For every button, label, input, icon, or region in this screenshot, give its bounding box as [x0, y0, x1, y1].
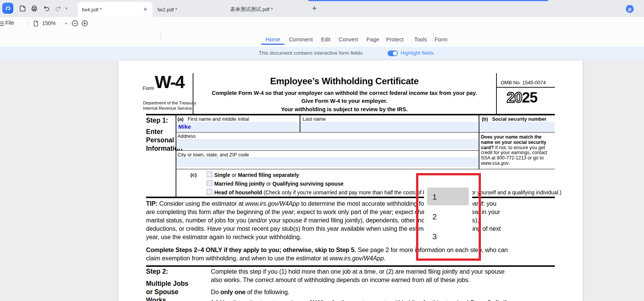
ssn-label: (b) Social security number [482, 116, 547, 122]
ssn-note: Does your name match the name on your so… [481, 135, 554, 166]
omb-number: OMB No. 1545-0074 [501, 80, 546, 85]
highlight-fields-label[interactable]: Highlight fields [401, 47, 434, 60]
ribbon-area: File 150% ▾ Home Comment Edit Convert Pa… [0, 17, 644, 47]
last-name-label: Last name [303, 116, 326, 122]
checkbox-head-of-household[interactable] [207, 189, 212, 195]
checkbox-married-jointly[interactable] [207, 180, 212, 186]
tab-label: 表单测试测试.pdf * [230, 6, 273, 13]
step2-label: Step 2: [146, 268, 168, 276]
department-line: Department of the Treasury [143, 101, 196, 105]
tab-form-test[interactable]: 表单测试测试.pdf * [218, 2, 300, 17]
zoom-out-icon[interactable] [71, 20, 79, 27]
form-title: Employee’s Withholding Certificate [193, 76, 496, 87]
row-line [176, 150, 479, 151]
agency-line: Internal Revenue Service [143, 106, 192, 110]
address-field[interactable] [176, 139, 479, 149]
divider [161, 31, 161, 41]
first-name-label: (a) First name and middle initial [177, 116, 249, 122]
top-accent-line [308, 0, 548, 1]
step1-label: Step 1: [146, 117, 168, 124]
step2-option-a-line: (a) Use the estimator at www.irs.gov/W4A… [211, 299, 506, 301]
tab-home[interactable]: Home [265, 36, 280, 43]
last-name-field[interactable] [300, 122, 478, 132]
omb-underline [496, 87, 555, 88]
checkbox-head-of-household-label: Head of household (Check only if you’re … [214, 189, 561, 195]
file-menu[interactable]: File [5, 20, 14, 26]
form-number: W-4 [155, 72, 184, 92]
toggle-knob [393, 51, 397, 55]
tab-comment[interactable]: Comment [289, 36, 313, 43]
form-subtitle-3: Your withholding is subject to review by… [193, 106, 496, 112]
step2-sub-3: Works [146, 296, 166, 301]
save-icon[interactable] [19, 4, 27, 13]
active-tab-underline [261, 44, 284, 45]
section-rule [146, 114, 555, 115]
tab-protect[interactable]: Protect [386, 36, 404, 43]
complete-steps-line-2: claim exemption from withholding, and wh… [146, 255, 385, 262]
c-tag: (c) [190, 172, 197, 178]
header-divider [496, 73, 497, 114]
divider [28, 19, 28, 28]
redo-icon[interactable] [54, 4, 63, 13]
step2-do-line: Do only one of the following. [211, 288, 289, 296]
hamburger-menu-icon[interactable] [0, 20, 5, 27]
zoom-level-value[interactable]: 150% [42, 20, 56, 26]
app-logo-icon[interactable] [2, 3, 13, 14]
highlight-fields-toggle[interactable] [388, 50, 398, 56]
form-fields-notice-bar: This document contains interactive form … [0, 47, 644, 60]
step2-para-line-2: also works. The correct amount of withho… [211, 276, 470, 284]
undo-icon[interactable] [42, 4, 51, 13]
section-rule [146, 197, 555, 198]
section-rule [146, 265, 555, 267]
checkbox-single-label: Single or Married filing separately [214, 172, 299, 178]
quickbar-caret-icon[interactable]: ▾ [66, 6, 68, 10]
form-word: Form [143, 85, 154, 91]
tab-fw4[interactable]: fw4.pdf * × [78, 2, 152, 17]
step2-sub-1: Multiple Jobs [146, 280, 188, 288]
tab-label: fw2.pdf * [157, 7, 177, 13]
step2-para-line-1: Complete this step if you (1) hold more … [211, 268, 504, 275]
tab-fw2[interactable]: fw2.pdf * [152, 2, 218, 17]
tab-form[interactable]: Form [435, 36, 448, 43]
zoom-caret-icon[interactable]: ▾ [65, 22, 67, 25]
address-label: Address [177, 133, 196, 139]
tab-edit[interactable]: Edit [321, 36, 330, 43]
first-name-value: Mike [178, 123, 191, 130]
print-icon[interactable] [30, 4, 39, 13]
notice-message: This document contains interactive form … [259, 47, 363, 60]
row-line [176, 132, 555, 133]
step1-sub-1: Enter [146, 128, 163, 136]
tip-line-5: year, use the estimator again to recheck… [146, 233, 302, 241]
name-cell-divider [300, 114, 300, 132]
tab-convert[interactable]: Convert [339, 36, 358, 43]
tab-label: fw4.pdf * [82, 7, 102, 13]
step2-sub-2: or Spouse [146, 288, 179, 296]
annotation-rectangle [416, 173, 481, 261]
checkbox-single[interactable] [207, 172, 212, 177]
checkbox-married-jointly-label: Married filing jointly or Qualifying sur… [214, 181, 344, 187]
form-subtitle-2: Give Form W-4 to your employer. [193, 98, 496, 104]
form-year: 2025 [507, 90, 537, 106]
app-window: ▾ fw4.pdf * × fw2.pdf * 表单测试测试.pdf * + p… [0, 0, 644, 301]
city-field[interactable] [176, 157, 479, 167]
user-avatar[interactable]: p [626, 5, 634, 13]
new-tab-button[interactable]: + [309, 3, 320, 14]
close-icon[interactable]: × [143, 6, 147, 13]
tab-page[interactable]: Page [366, 36, 379, 43]
pdf-page: Form W-4 Department of the Treasury Inte… [118, 60, 583, 301]
tab-bar: ▾ fw4.pdf * × fw2.pdf * 表单测试测试.pdf * + p [0, 0, 644, 17]
tab-tools[interactable]: Tools [414, 36, 427, 43]
zoom-in-icon[interactable] [81, 20, 88, 27]
first-name-field[interactable] [176, 122, 300, 132]
divider [434, 31, 434, 41]
form-subtitle-1: Complete Form W-4 so that your employer … [193, 90, 496, 96]
city-label: City or town, state, and ZIP code [177, 152, 249, 158]
row-line [176, 169, 555, 170]
step1-sub-2: Personal [146, 136, 174, 144]
fit-page-icon[interactable] [32, 20, 39, 27]
ssn-field[interactable] [479, 122, 554, 132]
